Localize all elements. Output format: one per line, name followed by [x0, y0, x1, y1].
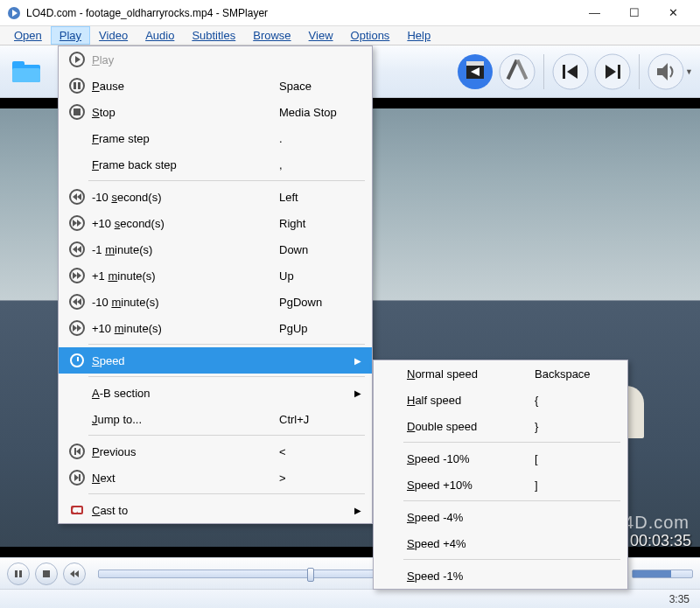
titlebar: LO4D.com - footage_oldharryrocks.mp4 - S…: [0, 0, 700, 26]
menu-shortcut: ]: [526, 479, 605, 492]
speed-menu-speed-10-[interactable]: Speed +10%]: [374, 472, 627, 498]
menu-label: Normal speed: [403, 367, 526, 381]
speed-menu-speed-10-[interactable]: Speed -10%[: [374, 445, 627, 472]
speed-menu-normal-speed[interactable]: Normal speedBackspace: [374, 360, 627, 387]
play-menu-frame-back-step[interactable]: Frame back step,: [59, 151, 372, 178]
play-menu--10-minute-s-[interactable]: -10 minute(s)PgDown: [59, 289, 372, 315]
volume-dropdown-arrow[interactable]: ▼: [685, 67, 693, 76]
svg-rect-7: [466, 61, 484, 66]
play-menu--10-second-s-[interactable]: -10 second(s)Left: [59, 184, 372, 210]
menu-shortcut: Right: [270, 217, 349, 230]
menu-video[interactable]: Video: [90, 26, 136, 45]
menu-label: Speed +4%: [403, 537, 526, 550]
play-dropdown: PlayPauseSpaceStopMedia StopFrame step.F…: [58, 45, 373, 524]
menu-label: Play: [88, 53, 270, 66]
control-rewind[interactable]: [63, 563, 86, 585]
menu-separator: [403, 500, 620, 501]
speed-menu-double-speed[interactable]: Double speed}: [374, 413, 627, 439]
speed-dropdown: Normal speedBackspaceHalf speed{Double s…: [373, 360, 628, 590]
toolbar-open-folder[interactable]: [7, 52, 46, 91]
menu-audio[interactable]: Audio: [136, 26, 183, 45]
menu-view[interactable]: View: [300, 26, 342, 45]
menu-separator: [403, 442, 620, 443]
forward-icon: [66, 320, 88, 336]
svg-point-9: [500, 54, 535, 89]
close-button[interactable]: ✕: [654, 1, 693, 25]
menu-options[interactable]: Options: [342, 26, 399, 45]
svg-rect-4: [12, 68, 40, 82]
menu-shortcut: Left: [270, 191, 349, 204]
svg-rect-17: [618, 65, 620, 79]
control-pause[interactable]: [7, 563, 30, 585]
play-menu-pause[interactable]: PauseSpace: [59, 73, 372, 99]
toolbar-previous[interactable]: [551, 52, 590, 91]
cast-icon: [66, 506, 88, 514]
play-menu-jump-to-[interactable]: Jump to...Ctrl+J: [59, 406, 372, 432]
menu-label: Speed: [88, 354, 270, 367]
menu-help[interactable]: Help: [398, 26, 439, 45]
menu-shortcut: Up: [270, 269, 349, 283]
menu-open[interactable]: Open: [5, 26, 51, 45]
window-title: LO4D.com - footage_oldharryrocks.mp4 - S…: [26, 7, 575, 19]
toolbar-tools[interactable]: [498, 52, 536, 91]
menu-label: -10 second(s): [88, 191, 270, 204]
menu-label: Speed -1%: [403, 570, 526, 583]
menu-shortcut: }: [526, 420, 605, 433]
submenu-arrow-icon: ▶: [349, 506, 361, 515]
toolbar-volume[interactable]: [647, 52, 685, 91]
next-icon: [66, 470, 88, 486]
speed-menu-speed-4-[interactable]: Speed +4%: [374, 530, 627, 556]
menu-label: -10 minute(s): [88, 296, 270, 309]
statusbar: 3:35: [0, 589, 700, 608]
video-timecode: 00:03:35: [630, 532, 691, 550]
seek-thumb[interactable]: [307, 568, 314, 582]
play-menu-a-b-section[interactable]: A-B section▶: [59, 380, 372, 406]
menu-label: Speed -10%: [403, 452, 526, 465]
play-menu-stop[interactable]: StopMedia Stop: [59, 99, 372, 125]
play-menu-next[interactable]: Next>: [59, 465, 372, 491]
play-menu--1-minute-s-[interactable]: +1 minute(s)Up: [59, 262, 372, 289]
forward-icon: [66, 268, 88, 283]
speed-menu-speed-1-[interactable]: Speed -1%: [374, 563, 627, 589]
menu-label: -1 minute(s): [88, 243, 270, 256]
prev-icon: [66, 444, 88, 459]
play-icon: [66, 52, 88, 67]
menu-label: Frame back step: [88, 158, 270, 171]
play-menu-cast-to[interactable]: Cast to▶: [59, 497, 372, 523]
menu-subtitles[interactable]: Subtitles: [183, 26, 244, 45]
menu-label: Frame step: [88, 132, 270, 145]
rewind-icon: [66, 241, 88, 257]
submenu-arrow-icon: ▶: [349, 388, 361, 398]
menu-browse[interactable]: Browse: [244, 26, 299, 45]
speed-menu-speed-4-[interactable]: Speed -4%: [374, 504, 627, 530]
menu-shortcut: >: [270, 472, 349, 485]
play-menu-frame-step[interactable]: Frame step.: [59, 125, 372, 151]
menu-label: Next: [88, 472, 270, 485]
menu-separator: [88, 180, 365, 181]
volume-bar[interactable]: [632, 570, 693, 578]
play-menu-speed[interactable]: Speed▶: [59, 347, 372, 374]
minimize-button[interactable]: —: [575, 1, 614, 25]
menu-label: Jump to...: [88, 413, 270, 426]
menu-label: Cast to: [88, 504, 270, 517]
play-menu--10-minute-s-[interactable]: +10 minute(s)PgUp: [59, 315, 372, 341]
menu-label: +1 minute(s): [88, 269, 270, 283]
play-menu--1-minute-s-[interactable]: -1 minute(s)Down: [59, 236, 372, 262]
speed-menu-half-speed[interactable]: Half speed{: [374, 387, 627, 413]
play-menu-previous[interactable]: Previous<: [59, 438, 372, 465]
svg-rect-3: [12, 61, 24, 68]
control-stop[interactable]: [35, 563, 58, 585]
menu-separator: [88, 493, 365, 494]
play-menu-play: Play: [59, 46, 372, 73]
submenu-arrow-icon: ▶: [349, 356, 361, 366]
maximize-button[interactable]: ☐: [614, 1, 654, 25]
menu-shortcut: Media Stop: [270, 106, 349, 119]
menu-label: Pause: [88, 80, 270, 93]
toolbar-separator: [543, 54, 544, 89]
toolbar-next[interactable]: [593, 52, 632, 91]
pause-icon: [66, 78, 88, 94]
menu-play[interactable]: Play: [51, 26, 90, 45]
toolbar-clapper[interactable]: [456, 52, 494, 91]
rewind-icon: [66, 189, 88, 205]
play-menu--10-second-s-[interactable]: +10 second(s)Right: [59, 210, 372, 236]
